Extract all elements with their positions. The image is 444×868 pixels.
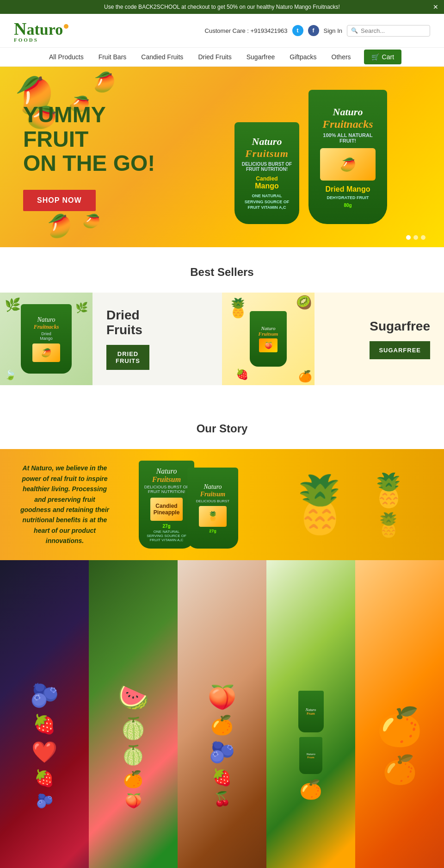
dried-fruits-button[interactable]: DRIEDFRUITS [106,345,149,370]
header-top-right: Customer Care : +9193421963 t f Sign In … [205,25,430,37]
hero-products: Naturo Fruitsum DELICIOUS BURST OF FRUIT… [178,67,444,247]
best-sellers-section: Best Sellers 🌿 🌿 🍃 Naturo Fruitnacks Dri… [0,247,444,404]
best-sellers-title: Best Sellers [0,266,444,279]
story-banner: At Naturo, we believe in the power of re… [0,449,444,560]
nav-fruit-bars[interactable]: Fruit Bars [92,48,133,66]
nav-candied-fruits[interactable]: Candied Fruits [135,48,190,66]
nav-others[interactable]: Others [325,48,358,66]
mini-pkg-1: Naturo Frum [298,691,324,732]
nav-giftpacks[interactable]: Giftpacks [283,48,323,66]
logo-text: Naturo FOODS [14,19,68,43]
story-text: At Naturo, we believe in the power of re… [0,449,130,560]
dried-fruits-image: 🌿 🌿 🍃 Naturo Fruitnacks DriedMango 🥭 [0,293,92,385]
fruitsum-package: Naturo Fruitsum DELICIOUS BURST OF FRUIT… [234,122,299,224]
sugarfree-image: 🍍 🥝 🍊 🍓 Naturo Fruitsum 🍑 [222,293,314,385]
hero-title: YUMMY FRUIT ON THE GO! [23,103,177,176]
fruitnacks-package: Naturo Fruitnacks 100% ALL NATURAL FRUIT… [308,90,387,224]
logo[interactable]: Naturo FOODS [14,19,68,43]
announcement-text: Use the code BACK2SCHOOL at checkout to … [104,4,340,10]
orange-photo: 🍊 🍊 [355,560,444,868]
hero-banner: 🥭 🥭 🥭 🥭 🥭 🥭 YUMMY FRUIT ON THE GO! SHOP … [0,67,444,247]
dried-fruits-content: DriedFruits DRIEDFRUITS [92,299,163,379]
customer-care-info: Customer Care : +9193421963 [205,27,288,34]
story-pineapple-bg: 🍍 🍍 🍍 [250,449,444,560]
hero-content: YUMMY FRUIT ON THE GO! SHOP NOW [0,84,200,230]
berries-photo: 🫐 🍓 ❤️ 🍓 🫐 [0,560,89,868]
navigation: All Products Fruit Bars Candied Fruits D… [0,48,444,67]
cart-icon: 🛒 [371,53,379,61]
dried-fruits-pkg: Naturo Fruitnacks DriedMango 🥭 [21,304,72,374]
sugarfree-title: Sugarfree [370,319,430,334]
sugarfree-content: Sugarfree SUGARFREE [356,310,444,368]
search-box: 🔍 [347,25,430,37]
product-cards: 🌿 🌿 🍃 Naturo Fruitnacks DriedMango 🥭 Dri… [0,293,444,385]
cart-button[interactable]: 🛒 Cart [364,50,401,64]
mini-pkg-2: Naturo Frum [299,737,322,774]
twitter-icon[interactable]: t [292,25,303,36]
sugarfree-card: 🍍 🥝 🍊 🍓 Naturo Fruitsum 🍑 Sugarfree SUGA… [222,293,444,385]
facebook-icon[interactable]: f [308,25,319,36]
our-story-section: Our Story At Naturo, we believe in the p… [0,404,444,560]
shop-now-button[interactable]: SHOP NOW [23,190,96,211]
search-input[interactable] [361,27,426,34]
nav-dried-fruits[interactable]: Dried Fruits [191,48,238,66]
naturo-products-photo: Naturo Frum Naturo Frum 🍊 [266,560,355,868]
products-decoration: Naturo Frum Naturo Frum 🍊 [298,691,324,800]
story-pkg-2: Naturo Fruitsum DELICIOUS BURST 🍍 27g [187,468,238,549]
story-pkg-1: Naturo Fruitsum DELICIOUS BURST OFFRUIT … [139,461,194,549]
dried-fruits-mixed-photo: 🍑 🍊 🫐 🍓 🍒 [178,560,266,868]
tropical-fruits-photo: 🍉 🍈 🍈 🍊 🍑 [89,560,178,868]
header: Naturo FOODS Customer Care : +9193421963… [0,14,444,48]
nav-all-products[interactable]: All Products [43,48,90,66]
announcement-bar: Use the code BACK2SCHOOL at checkout to … [0,0,444,14]
header-right: Customer Care : +9193421963 t f Sign In … [205,25,430,37]
search-icon: 🔍 [351,27,358,34]
close-announcement-button[interactable]: ✕ [433,3,438,11]
signin-link[interactable]: Sign In [324,27,342,34]
sugarfree-button[interactable]: SUGARFREE [370,341,430,359]
sugarfree-pkg: Naturo Fruitsum 🍑 [250,311,287,367]
our-story-title: Our Story [0,422,444,435]
dried-fruits-card: 🌿 🌿 🍃 Naturo Fruitnacks DriedMango 🥭 Dri… [0,293,222,385]
photo-grid: 🫐 🍓 ❤️ 🍓 🫐 🍉 🍈 🍈 🍊 🍑 🍑 🍊 🫐 🍓 🍒 Naturo [0,560,444,868]
story-products: Naturo Fruitsum DELICIOUS BURST OFFRUIT … [139,461,238,549]
nav-sugarfree[interactable]: Sugarfree [240,48,281,66]
dried-fruits-title: DriedFruits [106,308,149,337]
